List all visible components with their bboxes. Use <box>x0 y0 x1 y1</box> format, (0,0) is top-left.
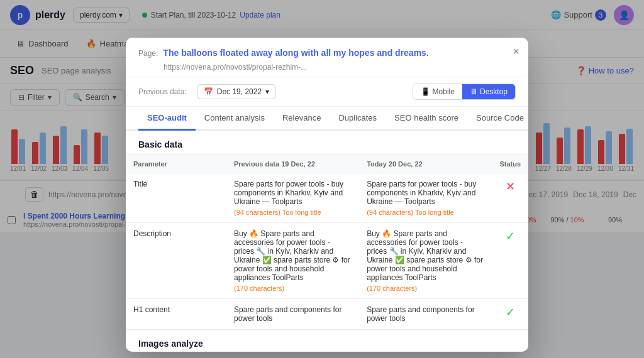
seo-data-table: Parameter Previous data 19 Dec, 22 Today… <box>126 155 528 330</box>
mobile-label: Mobile <box>433 87 455 96</box>
prev-desc-note: (170 characters) <box>234 285 352 292</box>
desktop-icon: 🖥 <box>470 87 477 96</box>
tab-seo-audit[interactable]: SEO-audit <box>138 107 196 131</box>
images-analyze-title: Images analyze <box>126 330 528 352</box>
table-row: Title Spare parts for power tools - buy … <box>126 173 528 223</box>
prev-desc-value: Buy 🔥 Spare parts and accessories for po… <box>226 223 359 299</box>
status-green-icon: ✓ <box>506 306 515 318</box>
tab-relevance[interactable]: Relevance <box>274 107 330 131</box>
tab-content-analysis[interactable]: Content analysis <box>196 107 274 131</box>
date-value: Dec 19, 2022 <box>217 87 262 96</box>
today-title-value: Spare parts for power tools - buy compon… <box>359 173 492 223</box>
seo-audit-modal: Page: The balloons floated away along wi… <box>126 38 528 352</box>
today-desc-note: (170 characters) <box>367 285 484 292</box>
modal-title: The balloons floated away along with all… <box>163 48 428 58</box>
modal-header: Page: The balloons floated away along wi… <box>126 38 528 77</box>
table-row: Description Buy 🔥 Spare parts and access… <box>126 223 528 299</box>
prev-data-label: Previous data: <box>138 87 187 96</box>
today-title-text: Spare parts for power tools - buy compon… <box>367 180 484 206</box>
prev-title-value: Spare parts for power tools - buy compon… <box>226 173 359 223</box>
prev-desc-text: Buy 🔥 Spare parts and accessories for po… <box>234 229 352 282</box>
col-header-status: Status <box>492 155 528 173</box>
today-title-note: (94 characters) Too long title <box>367 209 484 216</box>
table-row: H1 content Spare parts and components fo… <box>126 299 528 330</box>
tab-source-code[interactable]: Source Code <box>467 107 528 131</box>
status-h1: ✓ <box>492 299 528 330</box>
chevron-down-icon: ▾ <box>265 87 269 96</box>
col-header-prev: Previous data 19 Dec, 22 <box>226 155 359 173</box>
calendar-icon: 📅 <box>204 87 213 96</box>
mobile-button[interactable]: 📱 Mobile <box>413 84 462 99</box>
col-header-today: Today 20 Dec, 22 <box>359 155 492 173</box>
modal-tabs: SEO-audit Content analysis Relevance Dup… <box>126 107 528 131</box>
date-picker[interactable]: 📅 Dec 19, 2022 ▾ <box>197 84 276 99</box>
modal-url: https://novena.pro/novosti/propal-rezhim… <box>164 63 516 72</box>
today-desc-text: Buy 🔥 Spare parts and accessories for po… <box>367 229 484 282</box>
prev-h1-text: Spare parts and components for power too… <box>234 305 352 323</box>
col-header-parameter: Parameter <box>126 155 226 173</box>
param-h1: H1 content <box>126 299 226 330</box>
modal-meta: Previous data: 📅 Dec 19, 2022 ▾ 📱 Mobile… <box>126 77 528 107</box>
status-green-icon: ✓ <box>506 230 515 242</box>
today-h1-value: Spare parts and components for power too… <box>359 299 492 330</box>
device-toggle: 📱 Mobile 🖥 Desktop <box>413 84 516 100</box>
prev-title-note: (94 characters) Too long title <box>234 209 352 216</box>
prev-title-text: Spare parts for power tools - buy compon… <box>234 180 352 206</box>
basic-data-title: Basic data <box>126 131 528 155</box>
page-label: Page: <box>138 49 158 58</box>
status-red-icon: ✕ <box>506 180 515 193</box>
status-title: ✕ <box>492 173 528 223</box>
modal-body: Basic data Parameter Previous data 19 De… <box>126 131 528 352</box>
desktop-button[interactable]: 🖥 Desktop <box>462 84 515 99</box>
param-title: Title <box>126 173 226 223</box>
today-h1-text: Spare parts and components for power too… <box>367 305 484 323</box>
close-button[interactable]: × <box>513 45 519 58</box>
prev-h1-value: Spare parts and components for power too… <box>226 299 359 330</box>
tab-duplicates[interactable]: Duplicates <box>330 107 386 131</box>
status-description: ✓ <box>492 223 528 299</box>
today-desc-value: Buy 🔥 Spare parts and accessories for po… <box>359 223 492 299</box>
mobile-icon: 📱 <box>421 87 430 96</box>
param-description: Description <box>126 223 226 299</box>
desktop-label: Desktop <box>480 87 508 96</box>
tab-seo-health-score[interactable]: SEO health score <box>386 107 467 131</box>
